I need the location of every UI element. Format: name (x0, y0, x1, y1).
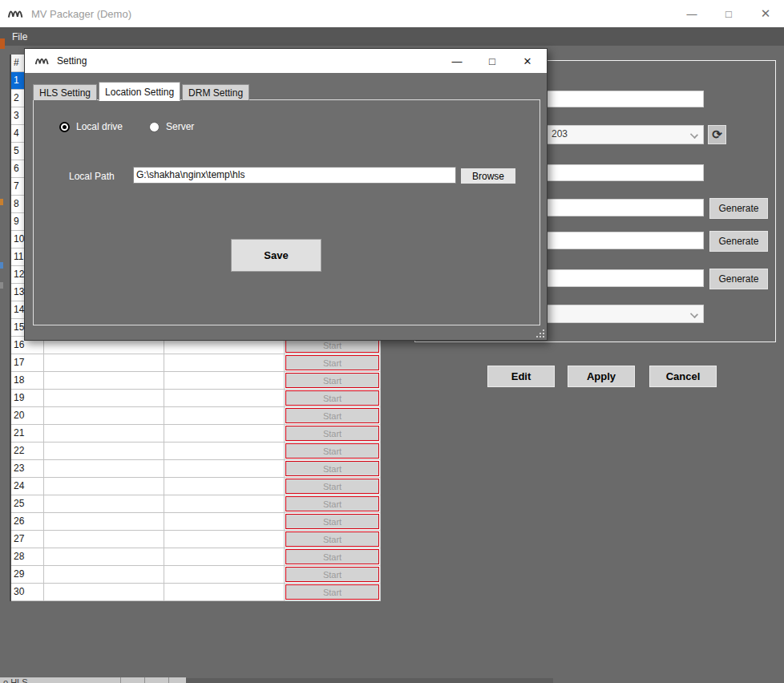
table-row: 28 Start (11, 548, 381, 566)
table-cell[interactable] (44, 354, 164, 372)
table-cell[interactable] (44, 372, 164, 390)
start-button[interactable]: Start (285, 390, 379, 406)
table-cell[interactable] (164, 531, 285, 548)
table-cell[interactable] (44, 531, 164, 548)
location-setting-panel (33, 99, 540, 325)
start-button[interactable]: Start (285, 584, 379, 600)
table-cell[interactable] (164, 495, 285, 513)
table-row: 24 Start (11, 478, 381, 495)
close-icon[interactable]: ✕ (747, 0, 784, 27)
table-cell[interactable] (44, 584, 164, 601)
radio-local-drive-label: Local drive (76, 121, 123, 132)
table-cell[interactable] (44, 548, 164, 566)
start-button[interactable]: Start (285, 408, 379, 423)
start-button[interactable]: Start (285, 426, 379, 441)
edge-artifact (0, 282, 3, 289)
table-cell[interactable] (44, 443, 164, 460)
bottom-clipped-text: o HLS ... (3, 677, 38, 683)
row-number-cell[interactable]: 26 (11, 513, 44, 531)
dialog-title: Setting (57, 55, 87, 67)
refresh-button[interactable]: ⟳ (708, 125, 726, 144)
chevron-down-icon (690, 310, 698, 318)
table-cell-action: Start (285, 478, 381, 495)
start-button[interactable]: Start (285, 373, 379, 388)
table-cell[interactable] (164, 372, 285, 390)
table-cell-action: Start (285, 425, 381, 443)
start-button[interactable]: Start (285, 479, 379, 494)
table-cell[interactable] (164, 566, 285, 584)
row-number-cell[interactable]: 20 (11, 407, 44, 425)
generate-button-1[interactable]: Generate (709, 198, 768, 219)
generate-button-3[interactable]: Generate (709, 269, 768, 289)
table-row: 26 Start (11, 513, 381, 531)
dialog-minimize-icon[interactable]: — (439, 49, 475, 73)
table-cell[interactable] (164, 390, 285, 407)
row-number-cell[interactable]: 24 (11, 478, 44, 495)
menu-file[interactable]: File (6, 31, 34, 42)
table-cell[interactable] (164, 425, 285, 443)
chevron-down-icon (690, 131, 698, 139)
cancel-button[interactable]: Cancel (649, 366, 717, 387)
table-cell[interactable] (164, 354, 285, 372)
table-cell[interactable] (44, 478, 164, 495)
browse-button[interactable]: Browse (460, 168, 516, 184)
row-number-cell[interactable]: 18 (11, 372, 44, 390)
radio-server[interactable]: Server (149, 121, 194, 132)
row-number-cell[interactable]: 17 (11, 354, 44, 372)
table-cell[interactable] (164, 584, 285, 601)
table-cell[interactable] (44, 407, 164, 425)
tab-drm-setting[interactable]: DRM Setting (182, 84, 249, 100)
row-number-cell[interactable]: 22 (11, 443, 44, 460)
table-cell-action: Start (285, 407, 381, 425)
local-path-input[interactable]: G:\shakha\nginx\temp\hls (133, 167, 456, 184)
resize-grip-icon[interactable] (536, 329, 544, 337)
save-button[interactable]: Save (231, 239, 321, 272)
minimize-icon[interactable]: — (673, 0, 710, 27)
setting-dialog: Setting — □ ✕ HLS Setting Location Setti… (24, 48, 548, 341)
table-cell[interactable] (164, 443, 285, 460)
table-cell[interactable] (164, 407, 285, 425)
table-cell[interactable] (164, 478, 285, 495)
edit-button[interactable]: Edit (487, 366, 555, 387)
table-row: 22 Start (11, 443, 381, 460)
row-number-cell[interactable]: 28 (11, 548, 44, 566)
table-cell[interactable] (44, 566, 164, 584)
start-button[interactable]: Start (285, 514, 379, 529)
row-number-cell[interactable]: 27 (11, 531, 44, 548)
table-cell[interactable] (44, 495, 164, 513)
table-cell[interactable] (44, 513, 164, 531)
table-cell[interactable] (44, 390, 164, 407)
row-number-cell[interactable]: 23 (11, 460, 44, 478)
start-button[interactable]: Start (285, 355, 379, 370)
table-cell[interactable] (164, 460, 285, 478)
row-number-cell[interactable]: 25 (11, 495, 44, 513)
start-button[interactable]: Start (285, 443, 379, 459)
row-number-cell[interactable]: 30 (11, 584, 44, 601)
table-row: 25 Start (11, 495, 381, 513)
dialog-close-icon[interactable]: ✕ (510, 49, 545, 73)
start-button[interactable]: Start (285, 531, 379, 547)
refresh-icon: ⟳ (712, 127, 722, 142)
generate-button-2[interactable]: Generate (709, 231, 768, 252)
apply-button[interactable]: Apply (568, 366, 635, 387)
start-button[interactable]: Start (285, 567, 379, 582)
table-cell-action: Start (285, 372, 381, 390)
row-number-cell[interactable]: 29 (11, 566, 44, 584)
tab-hls-setting[interactable]: HLS Setting (33, 84, 97, 100)
tab-location-setting[interactable]: Location Setting (99, 82, 180, 101)
table-cell[interactable] (44, 425, 164, 443)
row-number-cell[interactable]: 19 (11, 390, 44, 407)
table-cell-action: Start (285, 548, 381, 566)
radio-local-drive[interactable]: Local drive (59, 121, 123, 132)
maximize-icon[interactable]: □ (710, 0, 747, 27)
start-button[interactable]: Start (285, 496, 379, 511)
table-cell[interactable] (44, 460, 164, 478)
row-number-cell[interactable]: 21 (11, 425, 44, 443)
edge-artifact (0, 262, 3, 269)
start-button[interactable]: Start (285, 549, 379, 564)
table-cell-action: Start (285, 443, 381, 460)
start-button[interactable]: Start (285, 461, 379, 476)
dialog-maximize-icon[interactable]: □ (475, 49, 510, 73)
table-cell[interactable] (164, 548, 285, 566)
table-cell[interactable] (164, 513, 285, 531)
